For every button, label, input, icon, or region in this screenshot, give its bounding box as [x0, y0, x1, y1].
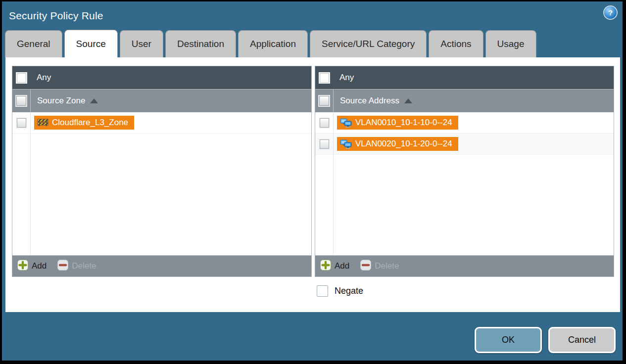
source-address-add-button[interactable]: Add: [320, 260, 349, 273]
sort-ascending-icon: [404, 98, 412, 103]
tab-actions[interactable]: Actions: [429, 30, 483, 57]
tab-general[interactable]: General: [5, 30, 62, 57]
negate-label: Negate: [335, 286, 363, 296]
dialog-footer: OK Cancel: [2, 312, 623, 353]
tab-source[interactable]: Source: [64, 30, 118, 57]
source-zone-any-checkbox[interactable]: [16, 72, 27, 84]
source-zone-select-all-checkbox[interactable]: [16, 96, 26, 106]
tab-service-url-category[interactable]: Service/URL Category: [310, 30, 427, 57]
source-zone-panel: Any Source Zone: [12, 66, 312, 277]
negate-checkbox[interactable]: [317, 285, 328, 297]
tab-usage[interactable]: Usage: [485, 30, 536, 57]
address-icon: [340, 139, 352, 149]
source-zone-list: Cloudflare_L3_Zone: [12, 112, 311, 255]
dialog-title: Security Policy Rule: [2, 10, 103, 22]
tab-destination[interactable]: Destination: [165, 30, 236, 57]
delete-minus-icon: [57, 260, 68, 273]
source-address-row-checkbox[interactable]: [320, 118, 329, 128]
source-address-any-label: Any: [339, 73, 354, 83]
source-address-select-all-checkbox[interactable]: [319, 96, 329, 106]
source-zone-add-button[interactable]: Add: [17, 260, 47, 273]
negate-row: Negate: [317, 285, 620, 297]
source-address-row[interactable]: VLAN0010_10-1-10-0--24: [315, 112, 614, 134]
add-plus-icon: [320, 260, 331, 273]
source-address-list: VLAN0010_10-1-10-0--24: [315, 112, 614, 255]
source-zone-delete-button[interactable]: Delete: [57, 260, 96, 273]
source-address-header-label: Source Address: [340, 96, 399, 106]
source-address-delete-button[interactable]: Delete: [360, 260, 399, 273]
source-zone-tag[interactable]: Cloudflare_L3_Zone: [34, 116, 134, 130]
source-address-any-row: Any: [315, 66, 614, 89]
tab-user[interactable]: User: [120, 30, 163, 57]
source-zone-footer: Add Delete: [12, 255, 311, 276]
titlebar: Security Policy Rule ?: [2, 1, 623, 30]
source-address-row[interactable]: VLAN0020_10-1-20-0--24: [315, 134, 614, 155]
sort-ascending-icon: [90, 98, 98, 103]
security-policy-rule-dialog: Security Policy Rule ? General Source Us…: [2, 1, 623, 361]
source-zone-tag-label: Cloudflare_L3_Zone: [52, 118, 128, 128]
source-address-panel: Any Source Address: [315, 66, 614, 277]
source-zone-column-header[interactable]: Source Zone: [12, 89, 311, 112]
address-icon: [340, 118, 352, 128]
source-address-column-header[interactable]: Source Address: [315, 89, 614, 112]
add-plus-icon: [17, 260, 28, 273]
source-zone-row[interactable]: Cloudflare_L3_Zone: [12, 112, 311, 134]
delete-button-label: Delete: [72, 261, 96, 271]
zone-icon: [37, 119, 48, 127]
source-address-tag-label: VLAN0010_10-1-10-0--24: [355, 118, 452, 128]
source-address-footer: Add Delete: [315, 255, 614, 276]
cancel-button[interactable]: Cancel: [548, 327, 616, 353]
source-address-tag[interactable]: VLAN0010_10-1-10-0--24: [337, 116, 458, 130]
tabstrip: General Source User Destination Applicat…: [2, 30, 623, 57]
source-address-row-checkbox[interactable]: [320, 139, 329, 149]
delete-button-label: Delete: [375, 261, 399, 271]
source-zone-any-row: Any: [12, 66, 311, 89]
help-icon[interactable]: ?: [604, 6, 617, 19]
source-address-tag[interactable]: VLAN0020_10-1-20-0--24: [337, 137, 458, 151]
source-zone-header-label: Source Zone: [37, 96, 85, 106]
tab-application[interactable]: Application: [238, 30, 308, 57]
add-button-label: Add: [32, 261, 47, 271]
add-button-label: Add: [335, 261, 349, 271]
source-address-tag-label: VLAN0020_10-1-20-0--24: [355, 139, 452, 149]
tab-content-source: Any Source Zone: [5, 57, 620, 312]
source-zone-row-checkbox[interactable]: [17, 118, 26, 128]
source-zone-any-label: Any: [37, 73, 51, 83]
delete-minus-icon: [360, 260, 371, 273]
ok-button[interactable]: OK: [475, 327, 542, 353]
source-address-any-checkbox[interactable]: [319, 72, 330, 84]
